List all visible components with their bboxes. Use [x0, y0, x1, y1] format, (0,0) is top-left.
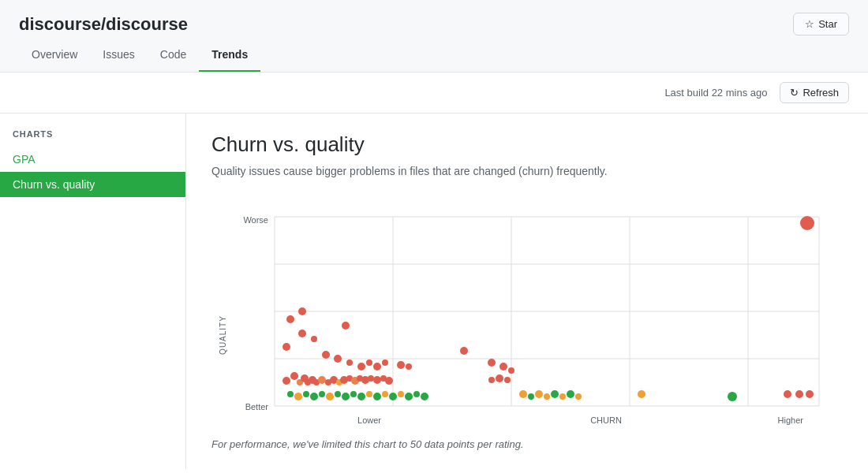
svg-point-38 — [290, 372, 298, 380]
svg-point-64 — [319, 391, 325, 397]
svg-point-90 — [806, 390, 814, 398]
svg-point-32 — [406, 363, 412, 370]
chart-container: QUALITY Worse Better Lower CHURN Higher — [211, 193, 843, 432]
svg-point-56 — [385, 377, 393, 385]
svg-point-20 — [342, 322, 350, 330]
svg-point-75 — [405, 393, 413, 400]
svg-point-58 — [496, 374, 503, 382]
svg-point-57 — [488, 377, 495, 383]
svg-point-59 — [504, 377, 511, 383]
refresh-label: Refresh — [803, 87, 839, 99]
svg-text:Lower: Lower — [357, 415, 381, 425]
scatter-chart: QUALITY Worse Better Lower CHURN Higher — [211, 193, 843, 430]
svg-point-35 — [499, 363, 507, 371]
star-label: Star — [818, 18, 837, 30]
svg-text:CHURN: CHURN — [590, 415, 622, 425]
sidebar: CHARTS GPA Churn vs. quality — [0, 114, 186, 469]
refresh-icon: ↻ — [790, 87, 799, 99]
nav-item-code[interactable]: Code — [148, 39, 199, 72]
svg-text:Higher: Higher — [778, 415, 804, 425]
svg-point-69 — [357, 393, 365, 400]
svg-point-61 — [294, 393, 302, 400]
svg-point-88 — [784, 390, 791, 398]
svg-point-23 — [311, 336, 317, 342]
svg-point-70 — [366, 391, 372, 397]
svg-point-31 — [397, 361, 405, 369]
svg-point-30 — [382, 359, 388, 366]
main-layout: CHARTS GPA Churn vs. quality Churn vs. q… — [0, 114, 868, 469]
svg-point-27 — [357, 363, 365, 371]
svg-point-54 — [373, 376, 381, 384]
svg-point-63 — [310, 393, 318, 400]
svg-point-68 — [350, 391, 357, 397]
svg-point-67 — [342, 393, 350, 400]
svg-point-74 — [398, 391, 404, 397]
svg-text:QUALITY: QUALITY — [219, 315, 227, 355]
top-bar: Last build 22 mins ago ↻ Refresh — [0, 73, 868, 114]
svg-point-66 — [335, 391, 341, 397]
sidebar-item-gpa[interactable]: GPA — [0, 147, 185, 172]
svg-point-65 — [326, 393, 334, 400]
sidebar-item-churn-vs-quality[interactable]: Churn vs. quality — [0, 172, 185, 197]
nav-item-overview[interactable]: Overview — [19, 39, 90, 72]
svg-point-22 — [298, 330, 306, 337]
chart-note: For performance, we've limited this char… — [211, 438, 843, 450]
svg-point-83 — [559, 393, 566, 400]
star-button[interactable]: ☆ Star — [793, 13, 849, 35]
svg-point-85 — [575, 393, 582, 400]
svg-point-84 — [567, 390, 574, 398]
main-nav: Overview Issues Code Trends — [0, 39, 868, 72]
svg-point-62 — [303, 391, 309, 397]
svg-point-78 — [519, 390, 527, 398]
svg-point-44 — [318, 376, 326, 384]
chart-title: Churn vs. quality — [211, 132, 843, 157]
star-icon: ☆ — [805, 18, 814, 30]
svg-point-73 — [389, 393, 397, 400]
svg-point-33 — [460, 347, 468, 355]
svg-point-25 — [334, 355, 342, 363]
svg-point-60 — [287, 391, 294, 397]
svg-point-81 — [544, 393, 550, 400]
svg-point-34 — [488, 359, 496, 367]
chart-description: Quality issues cause bigger problems in … — [211, 165, 843, 177]
nav-item-issues[interactable]: Issues — [90, 39, 147, 72]
svg-point-19 — [298, 307, 306, 315]
svg-point-76 — [413, 391, 420, 397]
svg-point-87 — [728, 392, 737, 401]
repo-title: discourse/discourse — [19, 14, 188, 35]
svg-point-17 — [800, 216, 814, 230]
svg-point-21 — [282, 343, 290, 351]
nav-item-trends[interactable]: Trends — [199, 39, 260, 72]
svg-point-77 — [421, 393, 428, 400]
refresh-button[interactable]: ↻ Refresh — [780, 82, 849, 103]
svg-point-80 — [535, 390, 543, 398]
svg-point-36 — [508, 367, 514, 374]
content-area: Churn vs. quality Quality issues cause b… — [186, 114, 868, 469]
svg-point-82 — [551, 390, 559, 398]
svg-point-79 — [528, 393, 534, 400]
svg-point-89 — [795, 390, 803, 398]
svg-point-18 — [286, 315, 294, 323]
svg-point-53 — [368, 375, 374, 382]
svg-point-71 — [373, 393, 381, 400]
svg-point-28 — [366, 359, 372, 366]
svg-point-26 — [346, 359, 353, 366]
svg-point-86 — [638, 390, 645, 398]
svg-text:Better: Better — [245, 402, 269, 412]
svg-point-72 — [382, 391, 388, 397]
svg-point-37 — [282, 377, 290, 385]
svg-point-24 — [322, 351, 330, 359]
svg-text:Worse: Worse — [243, 215, 268, 225]
svg-point-29 — [373, 363, 381, 371]
build-info: Last build 22 mins ago — [664, 87, 767, 99]
sidebar-section-label: CHARTS — [0, 129, 185, 147]
